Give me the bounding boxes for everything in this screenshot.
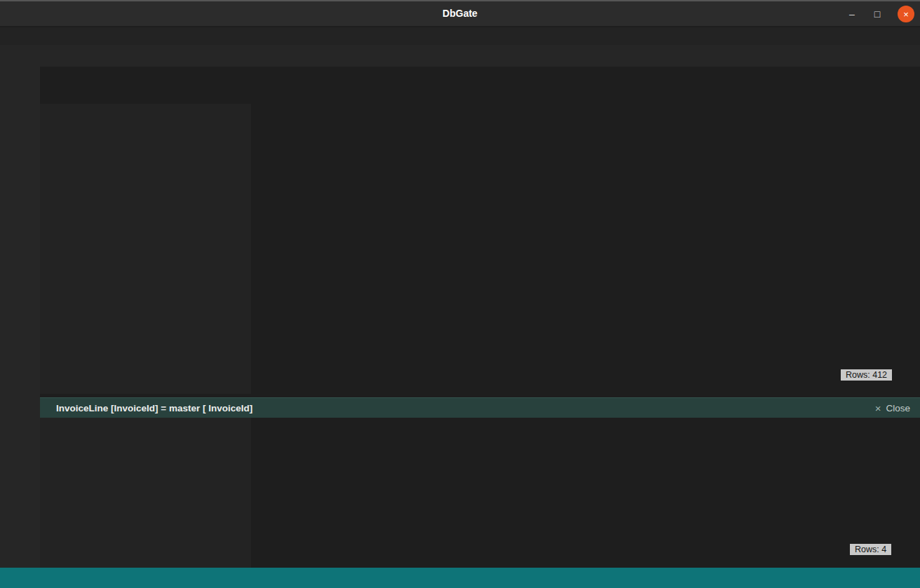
title-bar: DbGate – □ × [0, 0, 920, 26]
detail-reference-bar: InvoiceLine [InvoiceId] = master [ Invoi… [40, 397, 920, 418]
detail-rows-count-badge: Rows: 4 [850, 544, 891, 555]
main-data-grid [251, 104, 920, 394]
left-panel-invoiceline [40, 418, 251, 568]
detail-data-grid [251, 418, 920, 568]
left-icon-sidebar [0, 67, 40, 568]
maximize-button[interactable]: □ [872, 8, 882, 20]
toolbar [0, 45, 920, 67]
detail-close-button[interactable]: × Close [875, 402, 910, 414]
status-bar [0, 568, 920, 588]
minimize-button[interactable]: – [847, 8, 857, 20]
rows-count-badge: Rows: 412 [841, 369, 892, 381]
close-button[interactable]: × [898, 6, 914, 22]
database-group-tab-bar [40, 67, 920, 78]
left-panel-invoice [40, 104, 251, 394]
detail-reference-title: InvoiceLine [InvoiceId] = master [ Invoi… [56, 403, 252, 413]
close-icon: × [875, 402, 881, 414]
table-tab-bar [40, 78, 920, 102]
menu-bar [0, 27, 920, 45]
window-title: DbGate [0, 8, 920, 19]
dbgate-window: DbGate – □ × Rows: 412 InvoiceLine [Invo… [0, 0, 920, 588]
